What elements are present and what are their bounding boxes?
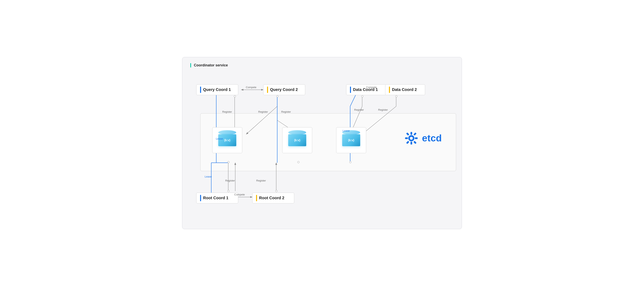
- query-coord-2-node: Query Coord 2: [263, 84, 305, 95]
- kv-db-1: {k:v}: [218, 132, 236, 148]
- diagram-title: Coordinator service: [190, 63, 454, 67]
- query-coord-1-label: Query Coord 1: [203, 87, 231, 92]
- conn-circle-dc1: [362, 95, 363, 97]
- svg-point-39: [412, 137, 413, 138]
- yellow-bar: [267, 87, 268, 93]
- db-body-1: {k:v}: [218, 134, 236, 146]
- db-top-1: [218, 130, 236, 135]
- kv-label-2: {k:v}: [294, 139, 300, 142]
- root-coord-2-node: Root Coord 2: [252, 193, 294, 203]
- conn-circle-kv3-top: [350, 161, 352, 163]
- data-coord-2-label: Data Coord 2: [392, 87, 417, 92]
- conn-circle-rc2: [276, 190, 278, 192]
- register-label-qc2-kv1: Register: [258, 110, 268, 113]
- svg-rect-31: [410, 142, 412, 144]
- db-top-2: [288, 130, 306, 135]
- db-cylinder-2: {k:v}: [288, 132, 306, 148]
- root-coord-1-node: Root Coord 1: [196, 193, 238, 203]
- svg-rect-36: [406, 141, 409, 144]
- kv-label-1: {k:v}: [224, 139, 230, 142]
- compete-label-dc: Compete: [366, 86, 377, 89]
- kv-box-1: {k:v}: [212, 127, 242, 153]
- svg-rect-33: [415, 137, 418, 139]
- query-coord-2-label: Query Coord 2: [270, 87, 298, 92]
- coordinator-service-diagram: Coordinator service Query Coord 2 -->: [182, 57, 462, 229]
- register-label-dc1: Register: [354, 108, 364, 111]
- register-label-rc1: Register: [225, 179, 235, 182]
- svg-rect-34: [406, 133, 409, 136]
- register-label-qc1: Register: [222, 110, 232, 113]
- conn-circle-kv1-top: [228, 161, 230, 163]
- lease-label-qc1: Lease: [216, 137, 223, 140]
- kv-box-3: {k:v}: [336, 127, 366, 153]
- register-label-dc2: Register: [378, 108, 388, 111]
- conn-circle-rc1: [228, 190, 230, 192]
- db-body-3: {k:v}: [342, 134, 360, 146]
- kv-box-2: {k:v}: [282, 127, 312, 153]
- conn-circle-qc1: [234, 95, 236, 97]
- register-label-qc2-kv2: Register: [281, 110, 291, 113]
- blue-bar-3: [200, 195, 201, 201]
- db-cylinder-3: {k:v}: [342, 132, 360, 148]
- svg-rect-30: [410, 132, 412, 135]
- data-coord-2-node: Data Coord 2: [385, 84, 425, 95]
- svg-point-38: [410, 137, 411, 138]
- conn-circle-kv2-top: [298, 161, 300, 163]
- blue-bar: [200, 87, 201, 93]
- register-label-rc2: Register: [256, 179, 266, 182]
- lease-label-dc1: Lease: [342, 129, 350, 132]
- root-coord-1-label: Root Coord 1: [203, 196, 228, 200]
- yellow-bar-2: [389, 87, 390, 93]
- svg-rect-37: [414, 141, 417, 144]
- etcd-label: etcd: [422, 133, 442, 143]
- conn-circle-qc2: [276, 95, 278, 97]
- blue-bar-2: [350, 87, 351, 93]
- db-cylinder-1: {k:v}: [218, 132, 236, 148]
- yellow-bar-3: [256, 195, 257, 201]
- kv-label-3: {k:v}: [348, 139, 354, 142]
- query-coord-1-node: Query Coord 1: [196, 84, 238, 95]
- etcd-area: etcd: [404, 131, 442, 145]
- conn-circle-dc2: [395, 95, 397, 97]
- root-coord-2-label: Root Coord 2: [259, 196, 284, 200]
- etcd-gear-icon: [404, 131, 418, 145]
- svg-rect-35: [414, 133, 417, 136]
- svg-rect-32: [405, 137, 408, 139]
- compete-label-qc: Compete: [246, 86, 256, 89]
- kv-db-2: {k:v}: [288, 132, 306, 148]
- compete-label-rc: Compete: [234, 193, 245, 196]
- kv-db-3: {k:v}: [342, 132, 360, 148]
- lease-label-rc1: Lease: [205, 175, 212, 178]
- db-body-2: {k:v}: [288, 134, 306, 146]
